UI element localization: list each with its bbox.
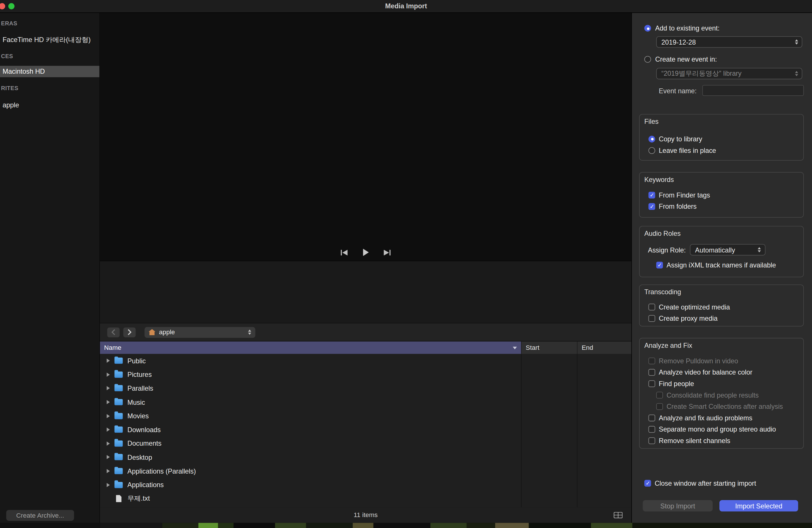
library-popup[interactable]: “2019별무리동영상” library — [656, 68, 802, 80]
sidebar-item-facetime-camera[interactable]: FaceTime HD 카메라(내장형) — [0, 34, 100, 46]
file-list: Public Pictures Parallels Music Movies D… — [100, 354, 631, 507]
stop-import-button[interactable]: Stop Import — [643, 500, 713, 512]
add-to-existing-radio[interactable] — [644, 25, 651, 31]
thumbnail — [162, 523, 198, 528]
thumbnail — [353, 523, 374, 528]
disclosure-triangle-icon[interactable] — [107, 483, 110, 487]
media-import-window: Media Import ERAS FaceTime HD 카메라(내장형) C… — [0, 0, 812, 523]
checkbox[interactable] — [649, 369, 655, 375]
folder-icon — [115, 358, 123, 364]
chevron-down-icon — [513, 347, 517, 349]
option-row: From Finder tags — [640, 189, 803, 201]
skip-forward-button[interactable] — [383, 249, 391, 255]
file-name-label: Applications (Parallels) — [128, 467, 196, 475]
checkbox[interactable] — [656, 391, 663, 398]
close-window-checkbox[interactable] — [644, 480, 651, 486]
thumbnail — [198, 523, 218, 528]
location-popup[interactable]: apple — [144, 327, 255, 338]
from-finder-tags-checkbox[interactable] — [649, 191, 655, 198]
ixml-track-names-checkbox[interactable] — [656, 261, 663, 268]
filmstrip-area — [100, 260, 631, 323]
file-row[interactable]: Desktop — [100, 450, 631, 464]
file-name-label: Parallels — [128, 385, 154, 393]
disclosure-triangle-icon[interactable] — [107, 469, 110, 473]
checkbox[interactable] — [649, 380, 655, 387]
skip-back-button[interactable] — [340, 249, 348, 255]
file-row[interactable]: Public — [100, 354, 631, 368]
folder-icon — [115, 385, 123, 391]
play-button[interactable] — [363, 249, 369, 256]
assign-role-popup[interactable]: Automatically — [690, 244, 766, 256]
checkbox[interactable] — [649, 357, 655, 364]
filmstrip-view-icon[interactable] — [614, 512, 623, 518]
back-button[interactable] — [107, 327, 120, 337]
create-new-event-radio[interactable] — [644, 56, 651, 62]
disclosure-triangle-icon[interactable] — [107, 414, 110, 418]
disclosure-triangle-icon[interactable] — [107, 386, 110, 390]
analyze-option-row: Create Smart Collections after analysis — [640, 400, 803, 412]
thumbnail — [306, 523, 353, 528]
checkbox[interactable] — [649, 426, 655, 432]
home-icon — [149, 329, 155, 336]
existing-event-popup[interactable]: 2019-12-28 — [656, 36, 802, 48]
assign-role-label: Assign Role: — [648, 246, 686, 254]
create-proxy-media-label: Create proxy media — [659, 314, 717, 322]
file-row[interactable]: 무제.txt — [100, 492, 631, 505]
preview-area — [100, 13, 631, 260]
sidebar-item-macintosh-hd[interactable]: Macintosh HD — [0, 66, 100, 77]
file-row[interactable]: Applications (Parallels) — [100, 464, 631, 478]
file-row[interactable]: Downloads — [100, 423, 631, 437]
from-folders-checkbox[interactable] — [649, 203, 655, 210]
copy-to-library-radio[interactable] — [649, 135, 655, 142]
thumbnail — [218, 523, 234, 528]
folder-icon — [115, 454, 123, 461]
popup-stepper-icon — [793, 39, 800, 45]
sidebar-item-apple[interactable]: apple — [0, 100, 100, 111]
checkbox[interactable] — [656, 403, 663, 410]
document-icon — [116, 495, 121, 502]
group-title: Keywords — [640, 172, 803, 187]
disclosure-triangle-icon[interactable] — [107, 400, 110, 404]
forward-button[interactable] — [123, 327, 135, 337]
file-row[interactable]: Documents — [100, 437, 631, 451]
disclosure-triangle-icon[interactable] — [107, 373, 110, 376]
checkbox[interactable] — [649, 414, 655, 421]
folder-icon — [115, 371, 123, 378]
column-header-start[interactable]: Start — [521, 341, 577, 354]
checkbox-label: Remove Pulldown in video — [659, 357, 738, 365]
create-archive-button[interactable]: Create Archive... — [6, 510, 74, 521]
zoom-button[interactable] — [8, 3, 15, 10]
group-title: Files — [640, 115, 803, 129]
file-row[interactable]: Music — [100, 395, 631, 409]
analyze-option-row: Remove Pulldown in video — [640, 355, 803, 367]
create-optimized-media-checkbox[interactable] — [649, 303, 655, 310]
file-row[interactable]: Movies — [100, 409, 631, 423]
column-header-end[interactable]: End — [577, 341, 631, 354]
disclosure-triangle-icon[interactable] — [107, 428, 110, 431]
disclosure-triangle-icon[interactable] — [107, 455, 110, 459]
existing-event-value: 2019-12-28 — [662, 38, 793, 46]
checkbox[interactable] — [649, 437, 655, 444]
analyze-option-row: Find people — [640, 378, 803, 389]
thumbnail — [100, 523, 162, 528]
import-selected-button[interactable]: Import Selected — [719, 500, 798, 512]
leave-files-radio[interactable] — [649, 147, 655, 154]
create-optimized-media-label: Create optimized media — [659, 303, 730, 311]
close-window-row: Close window after starting import — [644, 477, 756, 489]
event-name-input[interactable] — [702, 85, 804, 96]
file-row[interactable]: Applications — [100, 478, 631, 492]
file-name-label: Documents — [128, 440, 161, 447]
column-header-name[interactable]: Name — [100, 341, 521, 354]
file-name-label: Movies — [128, 412, 149, 420]
disclosure-triangle-icon[interactable] — [107, 359, 110, 363]
copy-to-library-label: Copy to library — [659, 135, 702, 143]
checkbox-label: Find people — [659, 380, 694, 387]
checkbox-label: Analyze video for balance color — [659, 368, 752, 376]
thumbnail — [374, 523, 431, 528]
file-row[interactable]: Parallels — [100, 382, 631, 395]
file-row[interactable]: Pictures — [100, 368, 631, 382]
create-proxy-media-checkbox[interactable] — [649, 315, 655, 322]
create-new-event-row: Create new event in: — [644, 56, 717, 63]
disclosure-triangle-icon[interactable] — [107, 441, 110, 445]
from-finder-tags-label: From Finder tags — [659, 191, 710, 199]
